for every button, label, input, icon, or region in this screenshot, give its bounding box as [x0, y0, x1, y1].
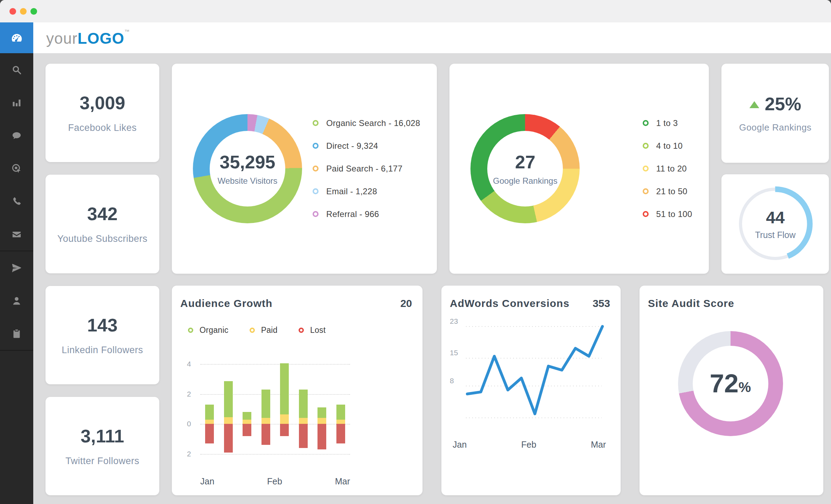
bar-organic[interactable] [280, 363, 289, 414]
sidebar-divider [0, 350, 33, 351]
bar-lost[interactable] [317, 424, 326, 449]
chat-icon [11, 130, 22, 141]
bar-paid[interactable] [336, 420, 345, 424]
sidebar-item-mail[interactable] [0, 218, 33, 251]
legend-item: 1 to 3 [643, 118, 692, 128]
sidebar-item-tasks[interactable] [0, 317, 33, 350]
legend-label: 1 to 3 [656, 118, 678, 128]
y-axis-tick: 15 [450, 349, 458, 357]
stat-card-youtube-subscribers: 342 Youtube Subscribers [46, 175, 159, 273]
bar-paid[interactable] [317, 418, 326, 424]
legend-ring-icon [250, 328, 255, 333]
bar-lost[interactable] [205, 424, 214, 443]
y-axis-tick: 23 [450, 318, 458, 325]
linkedin-followers-label: Linkedin Followers [62, 345, 143, 356]
bar-organic[interactable] [224, 381, 233, 417]
audience-growth-x-axis: JanFebMar [200, 476, 350, 486]
bar-organic[interactable] [299, 390, 308, 418]
y-axis-tick: 8 [450, 376, 454, 384]
bar-lost[interactable] [280, 424, 289, 436]
bar-paid[interactable] [224, 417, 233, 424]
x-axis-label: Mar [335, 476, 350, 486]
bar-organic[interactable] [205, 405, 214, 420]
legend-item: Lost [299, 326, 326, 335]
google-rankings-change-value: 25% [765, 93, 801, 114]
legend-label: 21 to 50 [656, 187, 687, 196]
adwords-conversions-line-chart[interactable]: 23158 [450, 318, 610, 429]
legend-ring-icon [299, 328, 304, 333]
linkedin-followers-value: 143 [87, 315, 118, 336]
audience-growth-title: Audience Growth [180, 298, 272, 309]
x-axis-label: Jan [453, 440, 467, 450]
y-axis-tick: 4 [187, 360, 197, 368]
bar-lost[interactable] [261, 424, 270, 445]
legend-label: Email - 1,228 [326, 187, 377, 196]
logo-trademark: ™ [124, 28, 130, 34]
website-visitors-label: Website Visitors [217, 176, 277, 186]
x-axis-label: Mar [591, 440, 606, 450]
sidebar-item-user[interactable] [0, 284, 33, 317]
bar-organic[interactable] [243, 412, 251, 419]
trend-up-arrow-icon [749, 101, 759, 108]
bar-organic[interactable] [317, 407, 326, 418]
dashboard-content: 3,009 Facebook Likes 342 Youtube Subscri… [33, 53, 831, 504]
legend-label: Paid [261, 326, 278, 335]
legend-ring-icon [313, 211, 319, 217]
traffic-light-close[interactable] [9, 8, 16, 15]
sidebar-item-analytics[interactable] [0, 86, 33, 119]
sidebar-item-target[interactable] [0, 152, 33, 185]
stat-card-linkedin-followers: 143 Linkedin Followers [46, 286, 159, 384]
google-rankings-donut-chart[interactable]: 27 Google Rankings [470, 114, 580, 223]
window-titlebar [0, 0, 831, 22]
bar-organic[interactable] [261, 390, 270, 418]
trust-flow-label: Trust Flow [755, 230, 796, 240]
conversions-line[interactable] [467, 326, 602, 414]
bar-paid[interactable] [280, 414, 289, 424]
sidebar-item-phone[interactable] [0, 185, 33, 218]
bar-organic[interactable] [336, 405, 345, 420]
google-rankings-change-label: Google Rankings [739, 122, 811, 133]
bar-paid[interactable] [205, 420, 214, 424]
website-visitors-card: 35,295 Website Visitors Organic Search -… [172, 64, 437, 274]
audience-growth-card: Audience Growth 20 OrganicPaidLost 4202 … [172, 286, 423, 496]
audience-growth-bar-chart[interactable]: 4202 [200, 357, 350, 461]
traffic-light-zoom[interactable] [30, 8, 37, 15]
google-rankings-change-card: 25% Google Rankings [721, 64, 829, 163]
bar-lost[interactable] [224, 424, 233, 453]
legend-ring-icon [188, 328, 193, 333]
legend-label: Paid Search - 6,177 [326, 164, 403, 174]
adwords-conversions-card: AdWords Conversions 353 23158 JanFebMar [441, 286, 621, 496]
site-audit-gauge-chart[interactable]: 72% [678, 331, 783, 436]
legend-label: 11 to 20 [656, 164, 687, 174]
sidebar-item-search[interactable] [0, 53, 33, 86]
website-visitors-donut-chart[interactable]: 35,295 Website Visitors [193, 114, 302, 223]
app-window: yourLOGO™ 3,009 Facebook Likes 342 Youtu… [0, 0, 831, 504]
sidebar-item-dashboard[interactable] [0, 22, 33, 53]
logo[interactable]: yourLOGO™ [46, 28, 130, 47]
x-axis-label: Feb [267, 476, 282, 486]
bar-lost[interactable] [243, 424, 251, 436]
dashboard-icon [10, 31, 23, 44]
website-visitors-center: 35,295 Website Visitors [210, 131, 285, 206]
send-icon [11, 262, 22, 273]
target-icon [11, 163, 22, 174]
bar-paid[interactable] [261, 418, 270, 424]
youtube-subscribers-label: Youtube Subscribers [57, 233, 148, 244]
sidebar-item-chat[interactable] [0, 119, 33, 152]
bar-lost[interactable] [336, 424, 345, 443]
y-axis-tick: 2 [187, 450, 197, 458]
site-audit-center: 72% [693, 346, 768, 421]
traffic-light-minimize[interactable] [20, 8, 27, 15]
sidebar-item-send[interactable] [0, 251, 33, 284]
bar-paid[interactable] [243, 420, 251, 424]
mail-icon [11, 229, 22, 240]
sidebar [0, 22, 33, 504]
bar-paid[interactable] [299, 418, 308, 424]
trust-flow-center: 44 Trust Flow [738, 186, 813, 261]
logo-prefix: your [46, 30, 78, 47]
google-rankings-center: 27 Google Rankings [487, 131, 563, 206]
legend-item: 51 to 100 [643, 209, 692, 219]
bar-lost[interactable] [299, 424, 308, 448]
legend-ring-icon [643, 166, 649, 172]
trust-flow-gauge-chart[interactable]: 44 Trust Flow [738, 186, 813, 261]
